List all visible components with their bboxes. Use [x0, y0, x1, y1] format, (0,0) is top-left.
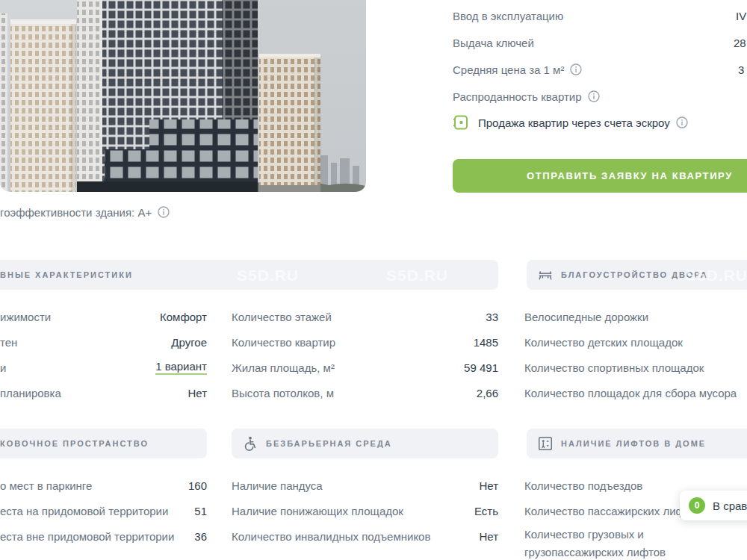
section-barrier-free: БЕЗБАРЬЕРНАЯ СРЕДА — [232, 429, 498, 458]
row-label: Наличие понижающих площадок — [232, 505, 403, 517]
row-value: Нет — [479, 530, 498, 543]
bench-icon — [537, 267, 554, 283]
detail-row-commissioning: Ввод в эксплуатацию IV — [453, 7, 747, 24]
table-row: ижимости Комфорт — [0, 309, 207, 324]
detail-row-keys: Выдача ключей 28 — [453, 34, 747, 51]
info-icon[interactable] — [676, 116, 688, 128]
row-label: Велосипедные дорожки — [524, 311, 648, 323]
row-label: еста вне придомовой территории — [0, 530, 174, 543]
escrow-label: Продажа квартир через счета эскроу — [478, 116, 670, 129]
row-label: о мест в паркинге — [0, 479, 92, 492]
detail-label: Распроданность квартир — [453, 90, 582, 103]
wheelchair-icon — [242, 435, 258, 452]
row-label: еста на придомовой территории — [0, 505, 168, 517]
escrow-safe-icon — [453, 114, 469, 131]
section-title: КОВОЧНОЕ ПРОСТРАНСТВО — [0, 439, 149, 448]
table-row: Количество квартир 1485 — [232, 335, 498, 349]
send-application-label: ОТПРАВИТЬ ЗАЯВКУ НА КВАРТИРУ — [527, 170, 733, 181]
row-value: 160 — [188, 479, 207, 492]
escrow-row: Продажа квартир через счета эскроу — [453, 113, 747, 131]
detail-value: 3 — [738, 63, 744, 76]
row-value: Комфорт — [160, 311, 207, 323]
info-icon[interactable] — [570, 63, 582, 75]
row-label: Количество спортивных площадок — [524, 361, 704, 374]
row-value: Другое — [171, 336, 207, 349]
table-row: планировка Нет — [0, 385, 207, 400]
row-label: Количество инвалидных подъемников — [232, 530, 430, 543]
detail-value: IV — [736, 10, 746, 22]
row-value: 2,66 — [477, 387, 498, 399]
row-label: Количество детских площадок — [524, 336, 683, 349]
table-row: Жилая площадь, м² 59 491 — [232, 360, 498, 375]
info-icon[interactable] — [158, 206, 170, 218]
section-main-characteristics: ВНЫЕ ХАРАКТЕРИСТИКИ — [0, 260, 498, 290]
row-value: 59 491 — [464, 361, 498, 374]
row-label: Наличие пандуса — [232, 479, 323, 492]
table-row: Количество грузовых и грузопассажирских … — [524, 526, 719, 560]
table-row: тен Другое — [0, 335, 207, 349]
row-value: Нет — [187, 387, 207, 399]
table-row: Количество детских площадок — [524, 335, 747, 349]
table-row: Количество площадок для сбора мусора — [524, 385, 747, 400]
row-value: Нет — [479, 479, 498, 492]
section-title: БЕЗБАРЬЕРНАЯ СРЕДА — [266, 439, 392, 448]
detail-row-avg-price: Средняя цена за 1 м² 3 — [453, 61, 747, 78]
row-label: Жилая площадь, м² — [232, 361, 335, 374]
row-value: 36 — [194, 530, 207, 543]
table-row: о мест в паркинге 160 — [0, 478, 207, 493]
table-row: Количество спортивных площадок — [524, 360, 747, 375]
section-title: ВНЫЕ ХАРАКТЕРИСТИКИ — [0, 270, 133, 279]
row-value: Есть — [474, 505, 498, 517]
row-value: 1485 — [474, 336, 498, 349]
row-label: Количество этажей — [232, 311, 332, 323]
send-application-button[interactable]: ОТПРАВИТЬ ЗАЯВКУ НА КВАРТИРУ — [453, 159, 747, 193]
table-row: Велосипедные дорожки — [524, 309, 747, 324]
row-label: и — [0, 361, 6, 374]
row-label: Количество квартир — [232, 336, 335, 349]
row-label: тен — [0, 336, 17, 349]
table-row: Количество этажей 33 — [232, 309, 498, 324]
building-page: Ввод в эксплуатацию IV Выдача ключей 28 … — [0, 0, 747, 560]
info-icon[interactable] — [588, 90, 600, 102]
section-title: НАЛИЧИЕ ЛИФТОВ В ДОМЕ — [561, 439, 706, 448]
energy-efficiency-line: гоэффективности здания: А+ — [0, 205, 170, 220]
table-row: Наличие пандуса Нет — [232, 478, 498, 493]
detail-value: 28 — [734, 37, 746, 49]
row-label: Количество грузовых и грузопассажирских … — [524, 528, 666, 559]
detail-label: Ввод в эксплуатацию — [453, 10, 563, 22]
section-yard-improvement: БЛАГОУСТРОЙСТВО ДВОРА — [527, 260, 747, 290]
table-row: Количество инвалидных подъемников Нет — [232, 529, 498, 544]
compare-label: В сравнении — [713, 500, 747, 512]
elevator-icon — [537, 435, 554, 452]
table-row: еста вне придомовой территории 36 — [0, 529, 207, 544]
row-label: планировка — [0, 387, 61, 399]
detail-row-sold-out: Распроданность квартир — [453, 88, 747, 105]
table-row: и 1 вариант — [0, 360, 207, 375]
row-value: 51 — [194, 505, 207, 517]
row-label: Высота потолков, м — [232, 387, 334, 399]
detail-label: Средняя цена за 1 м² — [453, 63, 564, 76]
compare-count: 0 — [689, 497, 705, 514]
section-title: БЛАГОУСТРОЙСТВО ДВОРА — [561, 270, 708, 279]
row-label: Количество пассажирских лифтов — [524, 505, 702, 517]
row-label: Количество площадок для сбора мусора — [524, 387, 737, 399]
section-elevators: НАЛИЧИЕ ЛИФТОВ В ДОМЕ — [527, 429, 747, 458]
table-row: Высота потолков, м 2,66 — [232, 385, 498, 400]
compare-badge[interactable]: 0 В сравнении — [680, 491, 747, 520]
energy-efficiency-text: гоэффективности здания: А+ — [0, 206, 152, 219]
detail-label: Выдача ключей — [453, 37, 534, 49]
building-photo[interactable] — [0, 0, 366, 192]
section-parking-space: КОВОЧНОЕ ПРОСТРАНСТВО — [0, 429, 207, 458]
table-row: еста на придомовой территории 51 — [0, 503, 207, 518]
row-label: ижимости — [0, 311, 51, 323]
row-value: 33 — [486, 311, 498, 323]
finish-variants-link[interactable]: 1 вариант — [155, 360, 207, 375]
table-row: Наличие понижающих площадок Есть — [232, 503, 498, 518]
building-render-image — [0, 0, 366, 192]
row-label: Количество подъездов — [524, 479, 642, 492]
